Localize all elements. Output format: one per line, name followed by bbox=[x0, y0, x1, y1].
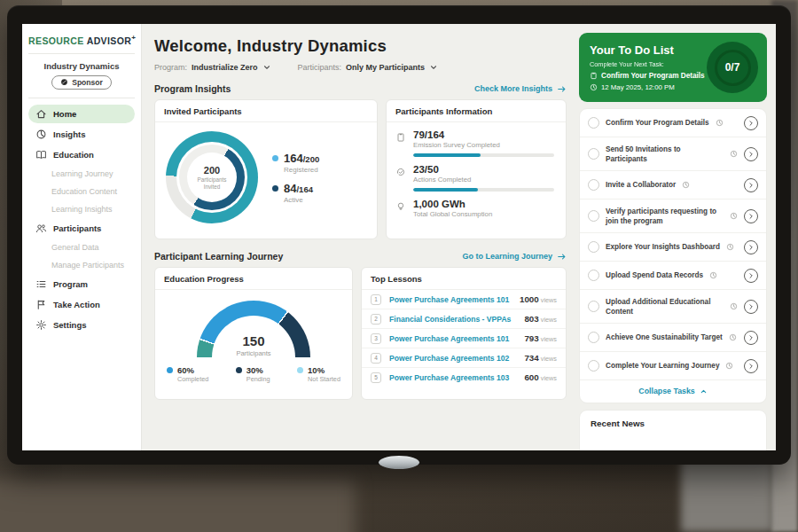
app-logo: RESOURCE ADVISOR+ bbox=[28, 34, 135, 54]
todo-hero-text: Your To Do List Complete Your Next Task:… bbox=[590, 43, 705, 91]
todo-checkbox[interactable] bbox=[588, 270, 599, 281]
main-content: Welcome, Industry Dynamics Program: Indu… bbox=[142, 24, 577, 450]
todo-due-date: 12 May 2025, 12:00 PM bbox=[601, 83, 675, 91]
check-more-insights-link[interactable]: Check More Insights bbox=[474, 84, 567, 94]
lesson-rank: 2 bbox=[371, 314, 381, 325]
clock-icon bbox=[709, 271, 717, 279]
lesson-views: 1000views bbox=[520, 294, 557, 304]
sidebar-item-learning-journey[interactable]: Learning Journey bbox=[28, 166, 135, 182]
program-insights-cards: Invited Participants 200 Participants In… bbox=[154, 99, 567, 239]
sponsor-badge[interactable]: Sponsor bbox=[51, 75, 111, 90]
sidebar-item-home[interactable]: Home bbox=[28, 105, 135, 123]
lesson-row-2[interactable]: 2Financial Considerations - VPPAs803view… bbox=[362, 309, 566, 329]
lesson-row-3[interactable]: 3Power Purchase Agreements 101793views bbox=[362, 329, 566, 348]
sidebar-item-education-content[interactable]: Education Content bbox=[28, 184, 135, 200]
todo-item-label: Explore Your Insights Dashboard bbox=[606, 242, 720, 252]
todo-item-go-button[interactable] bbox=[744, 240, 758, 254]
todo-item-go-button[interactable] bbox=[744, 147, 758, 161]
todo-item-upload-additional-educational-content[interactable]: Upload Additional Educational Content bbox=[580, 290, 766, 324]
legend-text: 84/164Active bbox=[284, 182, 313, 204]
participants-invited-label: Participants Invited bbox=[189, 176, 235, 191]
lesson-title-link[interactable]: Power Purchase Agreements 102 bbox=[389, 354, 524, 363]
todo-item-explore-your-insights-dashboard[interactable]: Explore Your Insights Dashboard bbox=[580, 233, 766, 262]
participants-filter-dropdown[interactable]: Participants: Only My Participants bbox=[298, 63, 439, 72]
education-progress-legend: 60%Completed30%Pending10%Not Started bbox=[155, 365, 352, 383]
todo-checkbox[interactable] bbox=[588, 301, 599, 312]
legend-text: 164/200Registered bbox=[284, 152, 319, 174]
participants-filter-label: Participants: bbox=[298, 63, 342, 72]
lesson-title-link[interactable]: Power Purchase Agreements 101 bbox=[389, 295, 520, 304]
todo-item-complete-your-learning-journey[interactable]: Complete Your Learning Journey bbox=[580, 352, 766, 380]
education-progress-value: 150 bbox=[197, 334, 310, 348]
sidebar-item-insights[interactable]: Insights bbox=[28, 125, 135, 144]
sidebar-item-settings[interactable]: Settings bbox=[28, 316, 135, 334]
legend-label: Pending bbox=[246, 375, 270, 383]
lesson-views-count: 600 bbox=[524, 372, 538, 382]
clock-icon bbox=[730, 302, 738, 310]
todo-item-upload-spend-data-records[interactable]: Upload Spend Data Records bbox=[580, 262, 766, 290]
todo-item-label: Send 50 Invitations to Participants bbox=[606, 145, 724, 164]
todo-item-label: Complete Your Learning Journey bbox=[606, 361, 719, 371]
clock-icon bbox=[730, 150, 738, 158]
legend-value: 60% bbox=[177, 365, 208, 375]
lesson-title-link[interactable]: Financial Considerations - VPPAs bbox=[389, 315, 524, 324]
legend-value: 10% bbox=[308, 365, 340, 375]
todo-item-go-button[interactable] bbox=[744, 300, 758, 314]
insights-icon bbox=[35, 129, 47, 140]
sidebar-item-label: Take Action bbox=[53, 300, 100, 309]
todo-checkbox[interactable] bbox=[588, 360, 599, 372]
legend-text: 30%Pending bbox=[246, 365, 270, 383]
sidebar-item-participants[interactable]: Participants bbox=[28, 219, 135, 238]
todo-item-confirm-your-program-details[interactable]: Confirm Your Program Details bbox=[580, 109, 766, 137]
sidebar-item-label: Learning Journey bbox=[51, 169, 113, 178]
todo-item-send-50-invitations-to-participants[interactable]: Send 50 Invitations to Participants bbox=[580, 137, 766, 171]
actions-icon bbox=[395, 167, 406, 177]
todo-item-verify-participants-requesting-to-join-the-program[interactable]: Verify participants requesting to join t… bbox=[580, 200, 766, 233]
lesson-row-5[interactable]: 5Power Purchase Agreements 103600views bbox=[362, 368, 566, 387]
program-insights-header: Program Insights Check More Insights bbox=[154, 83, 567, 94]
legend-dot bbox=[167, 367, 173, 373]
stat-label: Emission Survey Completed bbox=[413, 141, 554, 149]
clock-icon bbox=[726, 243, 734, 251]
task-icon bbox=[590, 72, 598, 80]
todo-item-go-button[interactable] bbox=[744, 359, 758, 373]
legend-value: 30% bbox=[246, 365, 270, 375]
todo-list: Confirm Your Program DetailsSend 50 Invi… bbox=[580, 109, 766, 380]
todo-checkbox[interactable] bbox=[588, 241, 599, 253]
top-lessons-card: Top Lessons 1Power Purchase Agreements 1… bbox=[361, 267, 567, 400]
todo-item-go-button[interactable] bbox=[744, 116, 758, 130]
todo-next-task: Confirm Your Program Details bbox=[601, 72, 705, 80]
sidebar-item-manage-participants[interactable]: Manage Participants bbox=[28, 257, 135, 273]
sidebar-item-take-action[interactable]: Take Action bbox=[28, 295, 135, 314]
sidebar-item-learning-insights[interactable]: Learning Insights bbox=[28, 201, 135, 217]
go-to-learning-journey-link[interactable]: Go to Learning Journey bbox=[462, 252, 567, 262]
todo-checkbox[interactable] bbox=[588, 332, 599, 343]
chevron-down-icon bbox=[429, 63, 438, 72]
sidebar-item-education[interactable]: Education bbox=[28, 145, 135, 164]
lesson-views: 803views bbox=[524, 314, 557, 324]
todo-item-invite-a-collaborator[interactable]: Invite a Collaborator bbox=[580, 171, 766, 200]
todo-checkbox[interactable] bbox=[588, 148, 599, 160]
todo-item-go-button[interactable] bbox=[744, 209, 758, 223]
todo-checkbox[interactable] bbox=[588, 117, 599, 129]
todo-item-go-button[interactable] bbox=[744, 331, 758, 345]
sidebar-item-general-data[interactable]: General Data bbox=[28, 239, 135, 255]
lesson-title-link[interactable]: Power Purchase Agreements 101 bbox=[389, 334, 524, 343]
sidebar-item-program[interactable]: Program bbox=[28, 275, 135, 293]
invited-participants-card: Invited Participants 200 Participants In… bbox=[154, 99, 378, 239]
program-filter-dropdown[interactable]: Program: Industrialize Zero bbox=[154, 63, 271, 72]
lesson-row-4[interactable]: 4Power Purchase Agreements 102734views bbox=[362, 348, 566, 368]
collapse-tasks-link[interactable]: Collapse Tasks bbox=[580, 380, 766, 403]
todo-panel: Your To Do List Complete Your Next Task:… bbox=[577, 24, 776, 450]
desk-surface bbox=[0, 479, 355, 532]
sidebar-item-label: Insights bbox=[53, 129, 85, 139]
lesson-row-1[interactable]: 1Power Purchase Agreements 1011000views bbox=[362, 290, 566, 309]
lesson-title-link[interactable]: Power Purchase Agreements 103 bbox=[389, 373, 524, 382]
monitor-stand bbox=[681, 459, 773, 532]
todo-checkbox[interactable] bbox=[588, 210, 599, 222]
lesson-views-count: 734 bbox=[524, 353, 538, 363]
todo-item-achieve-one-sustainability-target[interactable]: Achieve One Sustainability Target bbox=[580, 324, 766, 352]
todo-item-go-button[interactable] bbox=[744, 178, 758, 192]
todo-checkbox[interactable] bbox=[588, 179, 599, 191]
todo-item-go-button[interactable] bbox=[744, 269, 758, 283]
